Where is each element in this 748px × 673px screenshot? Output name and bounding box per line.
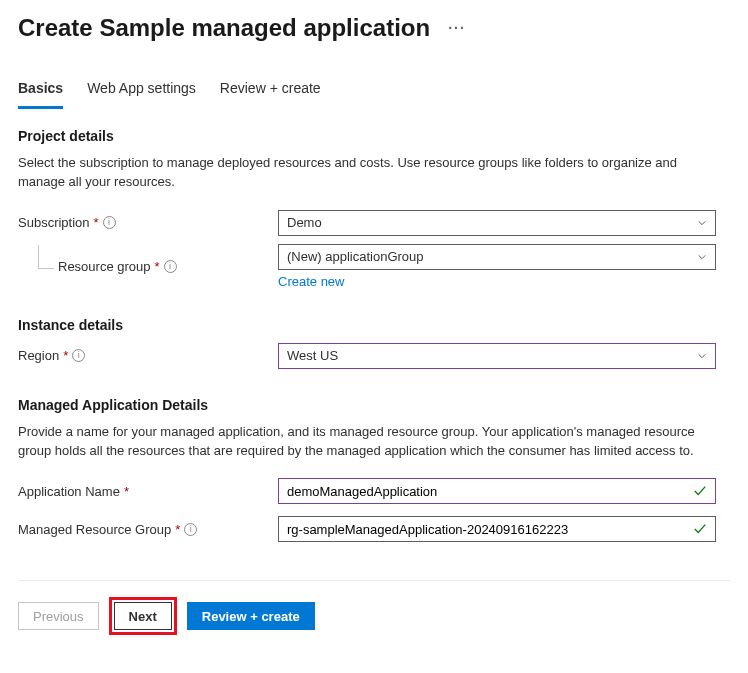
footer-divider: [18, 580, 730, 581]
section-project-details-desc: Select the subscription to manage deploy…: [18, 154, 718, 192]
tab-basics[interactable]: Basics: [18, 74, 63, 109]
required-indicator: *: [155, 259, 160, 274]
check-icon: [693, 522, 707, 536]
section-instance-details-heading: Instance details: [18, 317, 730, 333]
label-resource-group: Resource group: [58, 259, 151, 274]
info-icon[interactable]: i: [184, 523, 197, 536]
section-project-details-heading: Project details: [18, 128, 730, 144]
application-name-input[interactable]: [287, 484, 687, 499]
field-managed-resource-group: Managed Resource Group * i: [18, 516, 730, 542]
managed-rg-input[interactable]: [287, 522, 687, 537]
region-dropdown[interactable]: West US: [278, 343, 716, 369]
chevron-down-icon: [697, 252, 707, 262]
next-button[interactable]: Next: [114, 602, 172, 630]
info-icon[interactable]: i: [164, 260, 177, 273]
previous-button: Previous: [18, 602, 99, 630]
required-indicator: *: [63, 348, 68, 363]
info-icon[interactable]: i: [103, 216, 116, 229]
info-icon[interactable]: i: [72, 349, 85, 362]
field-region: Region * i West US: [18, 343, 730, 369]
region-value: West US: [287, 348, 338, 363]
page-title: Create Sample managed application: [18, 14, 430, 42]
review-create-button[interactable]: Review + create: [187, 602, 315, 630]
indent-connector: [38, 245, 54, 269]
field-subscription: Subscription * i Demo: [18, 210, 730, 236]
label-region: Region: [18, 348, 59, 363]
application-name-input-wrapper: [278, 478, 716, 504]
required-indicator: *: [124, 484, 129, 499]
resource-group-value: (New) applicationGroup: [287, 249, 424, 264]
next-button-highlight: Next: [109, 597, 177, 635]
label-subscription: Subscription: [18, 215, 90, 230]
label-application-name: Application Name: [18, 484, 120, 499]
subscription-dropdown[interactable]: Demo: [278, 210, 716, 236]
section-managed-app-heading: Managed Application Details: [18, 397, 730, 413]
section-managed-app-desc: Provide a name for your managed applicat…: [18, 423, 718, 461]
resource-group-dropdown[interactable]: (New) applicationGroup: [278, 244, 716, 270]
tab-web-app-settings[interactable]: Web App settings: [87, 74, 196, 108]
label-managed-resource-group: Managed Resource Group: [18, 522, 171, 537]
create-new-link[interactable]: Create new: [278, 274, 344, 289]
managed-rg-input-wrapper: [278, 516, 716, 542]
tab-bar: Basics Web App settings Review + create: [18, 74, 730, 108]
field-resource-group: Resource group * i (New) applicationGrou…: [18, 244, 730, 289]
subscription-value: Demo: [287, 215, 322, 230]
tab-review-create[interactable]: Review + create: [220, 74, 321, 108]
more-icon[interactable]: ···: [448, 20, 466, 36]
footer-buttons: Previous Next Review + create: [18, 597, 730, 635]
check-icon: [693, 484, 707, 498]
required-indicator: *: [175, 522, 180, 537]
chevron-down-icon: [697, 351, 707, 361]
required-indicator: *: [94, 215, 99, 230]
chevron-down-icon: [697, 218, 707, 228]
field-application-name: Application Name *: [18, 478, 730, 504]
